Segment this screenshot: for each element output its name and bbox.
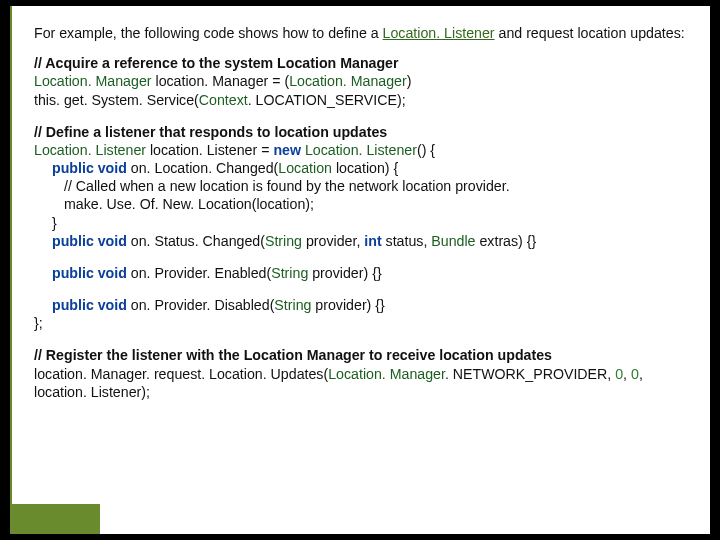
code-line: }; [34, 314, 688, 332]
code-text: provider, [302, 233, 364, 249]
type-name: String [271, 265, 308, 281]
code-text: this. get. System. Service [34, 92, 194, 108]
keyword-public-void: public void [52, 160, 127, 176]
type-name: Location. Listener [34, 142, 146, 158]
type-name: Location. Manager [328, 366, 445, 382]
keyword-public-void: public void [52, 297, 127, 313]
intro-pre: For example, the following code shows ho… [34, 25, 383, 41]
intro-post: and request location updates: [495, 25, 685, 41]
code-block-1: // Acquire a reference to the system Loc… [34, 54, 688, 109]
code-text: on. Location. Changed( [127, 160, 278, 176]
code-line: location. Listener); [34, 383, 688, 401]
keyword-public-void: public void [52, 265, 127, 281]
code-text: extras) {} [476, 233, 537, 249]
number-literal: 0 [615, 366, 623, 382]
code-line: public void on. Location. Changed(Locati… [34, 159, 688, 177]
code-line: make. Use. Of. New. Location(location); [34, 195, 688, 213]
type-name: Location. Listener [301, 142, 417, 158]
code-text: . NETWORK_PROVIDER [445, 366, 607, 382]
code-text: location. Manager. request. Location. Up… [34, 366, 328, 382]
code-text: . LOCATION_SERVICE [248, 92, 397, 108]
code-line: public void on. Provider. Disabled(Strin… [34, 296, 688, 314]
type-name: Location [278, 160, 332, 176]
code-text: ) [407, 73, 412, 89]
code-text: on. Status. Changed( [127, 233, 265, 249]
comment-define: // Define a listener that responds to lo… [34, 123, 688, 141]
comment-register: // Register the listener with the Locati… [34, 346, 688, 364]
code-line: Location. Manager location. Manager = (L… [34, 72, 688, 90]
type-name: Location. Manager [289, 73, 407, 89]
decorative-bar [10, 504, 100, 534]
code-text: location. Listener = [146, 142, 273, 158]
code-text: provider) {} [308, 265, 381, 281]
keyword-public-void: public void [52, 233, 127, 249]
intro-paragraph: For example, the following code shows ho… [34, 24, 688, 42]
number-literal: 0 [631, 366, 639, 382]
location-listener-link[interactable]: Location. Listener [383, 25, 495, 41]
code-text: , [623, 366, 631, 382]
keyword-new: new [273, 142, 301, 158]
code-text: on. Provider. Disabled( [127, 297, 274, 313]
comment-acquire: // Acquire a reference to the system Loc… [34, 54, 688, 72]
code-block-2: // Define a listener that responds to lo… [34, 123, 688, 333]
keyword-int: int [364, 233, 381, 249]
type-name: Location. Manager [34, 73, 152, 89]
type-name: String [274, 297, 311, 313]
code-text: () { [417, 142, 435, 158]
code-text: status, [382, 233, 432, 249]
code-block-3: // Register the listener with the Locati… [34, 346, 688, 401]
code-text: on. Provider. Enabled( [127, 265, 271, 281]
code-line: this. get. System. Service(Context. LOCA… [34, 91, 688, 109]
code-text: location. Manager = ( [152, 73, 290, 89]
type-name: String [265, 233, 302, 249]
type-name: Bundle [431, 233, 475, 249]
comment-callback: // Called when a new location is found b… [34, 177, 688, 195]
code-text: location) { [332, 160, 398, 176]
code-line: location. Manager. request. Location. Up… [34, 365, 688, 383]
code-text: , [639, 366, 643, 382]
code-line: } [34, 214, 688, 232]
code-line: Location. Listener location. Listener = … [34, 141, 688, 159]
code-line: public void on. Status. Changed(String p… [34, 232, 688, 250]
type-name: Context [199, 92, 248, 108]
slide-content: For example, the following code shows ho… [10, 6, 710, 534]
code-text: ); [397, 92, 406, 108]
code-text: provider) {} [311, 297, 384, 313]
code-line: public void on. Provider. Enabled(String… [34, 264, 688, 282]
